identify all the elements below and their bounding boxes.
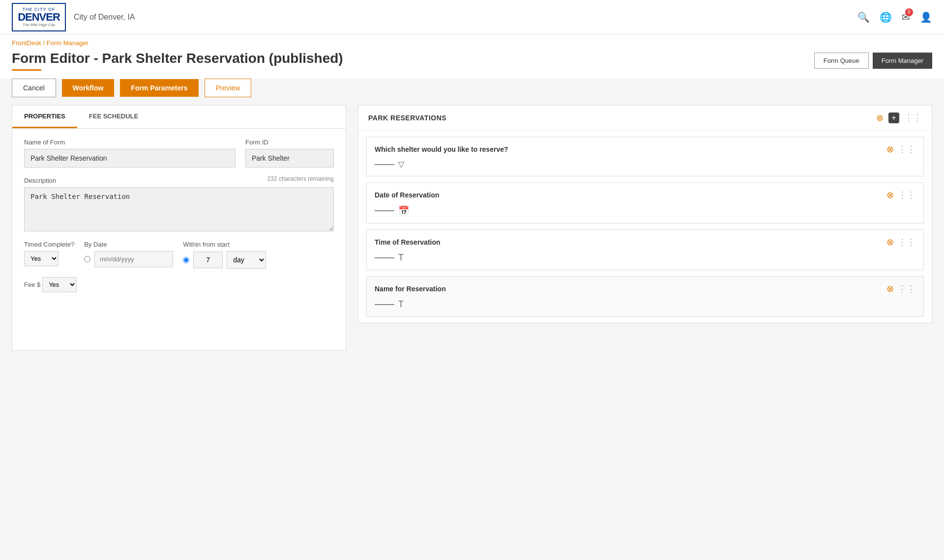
form-manager-button[interactable]: Form Manager bbox=[873, 53, 932, 69]
field-2-line bbox=[375, 210, 394, 211]
field-3-drag-icon[interactable]: ⋮⋮ bbox=[898, 237, 915, 248]
field-4-remove-icon[interactable]: ⊗ bbox=[886, 283, 894, 294]
name-input[interactable] bbox=[24, 149, 236, 168]
title-buttons: Form Queue Form Manager bbox=[814, 53, 932, 69]
within-row: day week month bbox=[183, 251, 266, 269]
notification-badge: 0 bbox=[905, 8, 913, 16]
field-2-actions: ⊗ ⋮⋮ bbox=[886, 190, 915, 200]
breadcrumb-frontdesk[interactable]: FrontDesk bbox=[12, 39, 41, 47]
panel-body: Name of Form Form ID Description 232 cha… bbox=[12, 129, 346, 302]
by-date-group: By Date bbox=[84, 241, 173, 269]
breadcrumb-current[interactable]: Form Manager bbox=[47, 39, 88, 47]
right-panel-header: PARK RESERVATIONS ⊗ + ⋮⋮ bbox=[358, 106, 932, 131]
timed-label: Timed Complete? bbox=[24, 241, 74, 248]
form-id-label: Form ID bbox=[245, 139, 334, 146]
right-panel: PARK RESERVATIONS ⊗ + ⋮⋮ Which shelter w… bbox=[358, 105, 932, 323]
drag-section-icon[interactable]: ⋮⋮ bbox=[904, 112, 922, 123]
fee-select[interactable]: Yes No bbox=[42, 277, 77, 292]
field-3-remove-icon[interactable]: ⊗ bbox=[886, 237, 894, 248]
within-label: Within from start bbox=[183, 241, 266, 248]
field-card-3: Time of Reservation ⊗ ⋮⋮ T bbox=[366, 229, 924, 270]
field-card-3-header: Time of Reservation ⊗ ⋮⋮ bbox=[375, 237, 915, 248]
name-group: Name of Form bbox=[24, 139, 236, 168]
form-id-input[interactable] bbox=[245, 149, 334, 168]
logo-denver: DENVER bbox=[18, 12, 60, 23]
field-2-remove-icon[interactable]: ⊗ bbox=[886, 190, 894, 200]
user-icon[interactable]: 👤 bbox=[920, 11, 932, 23]
description-group: Description 232 characters remaining bbox=[24, 175, 334, 233]
field-1-remove-icon[interactable]: ⊗ bbox=[886, 144, 894, 155]
form-parameters-button[interactable]: Form Parameters bbox=[120, 79, 198, 97]
fee-label: Fee $ bbox=[24, 281, 40, 288]
toolbar: Cancel Workflow Form Parameters Preview bbox=[12, 79, 932, 97]
field-4-input-mock: T bbox=[375, 299, 915, 309]
fee-group: Fee $ Yes No bbox=[24, 277, 334, 292]
field-card-1-header: Which shelter would you like to reserve?… bbox=[375, 144, 915, 155]
by-date-label: By Date bbox=[84, 241, 173, 248]
field-3-label: Time of Reservation bbox=[375, 238, 441, 246]
page-title: Form Editor - Park Shelter Reservation (… bbox=[12, 51, 343, 66]
within-unit-select[interactable]: day week month bbox=[227, 251, 266, 269]
tab-fee-schedule[interactable]: FEE SCHEDULE bbox=[77, 106, 150, 128]
text-icon-4: T bbox=[398, 299, 404, 309]
calendar-icon: 📅 bbox=[398, 205, 409, 216]
by-date-radio[interactable] bbox=[84, 256, 90, 262]
field-3-line bbox=[375, 257, 394, 258]
name-formid-row: Name of Form Form ID bbox=[24, 139, 334, 168]
tab-bar: PROPERTIES FEE SCHEDULE bbox=[12, 106, 346, 129]
logo-tagline: The Mile-High City bbox=[23, 23, 55, 27]
form-queue-button[interactable]: Form Queue bbox=[814, 53, 869, 69]
logo: THE CITY OF DENVER The Mile-High City bbox=[12, 3, 66, 31]
workflow-button[interactable]: Workflow bbox=[62, 79, 115, 97]
cancel-button[interactable]: Cancel bbox=[12, 79, 56, 97]
field-card-1: Which shelter would you like to reserve?… bbox=[366, 137, 924, 176]
add-section-icon[interactable]: + bbox=[888, 112, 899, 123]
right-panel-title: PARK RESERVATIONS bbox=[368, 114, 446, 122]
name-label: Name of Form bbox=[24, 139, 236, 146]
mail-icon[interactable]: ✉ 0 bbox=[902, 11, 910, 23]
field-card-4: Name for Reservation ⊗ ⋮⋮ T bbox=[366, 276, 924, 317]
field-1-actions: ⊗ ⋮⋮ bbox=[886, 144, 915, 155]
field-3-actions: ⊗ ⋮⋮ bbox=[886, 237, 915, 248]
description-textarea[interactable] bbox=[24, 187, 334, 231]
breadcrumb: FrontDesk / Form Manager bbox=[12, 39, 932, 47]
within-num-input[interactable] bbox=[193, 252, 223, 268]
preview-button[interactable]: Preview bbox=[205, 79, 252, 97]
field-2-label: Date of Reservation bbox=[375, 191, 439, 199]
text-icon-3: T bbox=[398, 252, 404, 263]
city-name: City of Denver, IA bbox=[74, 13, 135, 22]
left-panel: PROPERTIES FEE SCHEDULE Name of Form For… bbox=[12, 105, 346, 351]
field-card-2-header: Date of Reservation ⊗ ⋮⋮ bbox=[375, 190, 915, 200]
breadcrumb-separator: / bbox=[41, 39, 47, 47]
timed-group: Timed Complete? Yes No bbox=[24, 241, 74, 266]
field-1-drag-icon[interactable]: ⋮⋮ bbox=[898, 144, 915, 155]
within-radio[interactable] bbox=[183, 257, 189, 263]
main-header: THE CITY OF DENVER The Mile-High City Ci… bbox=[0, 0, 944, 34]
by-date-radio-row bbox=[84, 251, 173, 267]
date-input[interactable] bbox=[94, 251, 173, 267]
tab-properties[interactable]: PROPERTIES bbox=[12, 106, 77, 128]
timed-row: Timed Complete? Yes No By Date bbox=[24, 241, 334, 269]
field-2-drag-icon[interactable]: ⋮⋮ bbox=[898, 190, 915, 200]
field-4-line bbox=[375, 304, 394, 305]
title-underline bbox=[12, 69, 41, 71]
breadcrumb-bar: FrontDesk / Form Manager bbox=[0, 34, 944, 47]
field-card-4-header: Name for Reservation ⊗ ⋮⋮ bbox=[375, 283, 915, 294]
description-label: Description bbox=[24, 177, 56, 184]
char-remaining: 232 characters remaining bbox=[56, 175, 334, 182]
field-1-line bbox=[375, 164, 394, 165]
field-3-input-mock: T bbox=[375, 252, 915, 263]
page-title-area: Form Editor - Park Shelter Reservation (… bbox=[0, 47, 944, 79]
field-1-input-mock: ▽ bbox=[375, 160, 915, 169]
form-id-group: Form ID bbox=[245, 139, 334, 168]
field-4-drag-icon[interactable]: ⋮⋮ bbox=[898, 283, 915, 294]
search-icon[interactable]: 🔍 bbox=[857, 11, 870, 23]
remove-section-icon[interactable]: ⊗ bbox=[876, 112, 884, 123]
field-4-label: Name for Reservation bbox=[375, 285, 446, 293]
header-right: 🔍 🌐 ✉ 0 👤 bbox=[857, 11, 932, 23]
timed-select[interactable]: Yes No bbox=[24, 251, 59, 266]
within-group: Within from start day week month bbox=[183, 241, 266, 269]
field-4-actions: ⊗ ⋮⋮ bbox=[886, 283, 915, 294]
dropdown-icon: ▽ bbox=[398, 160, 404, 169]
globe-icon[interactable]: 🌐 bbox=[880, 11, 892, 23]
